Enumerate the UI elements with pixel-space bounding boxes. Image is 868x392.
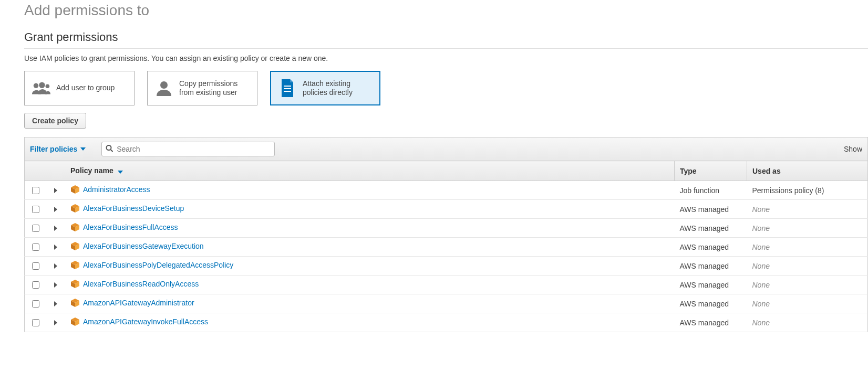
- row-checkbox-cell: [25, 219, 47, 238]
- expand-caret-icon[interactable]: [54, 226, 57, 231]
- svg-rect-6: [284, 91, 291, 92]
- row-checkbox[interactable]: [32, 206, 39, 213]
- show-label: Show: [844, 145, 862, 153]
- column-header-used-as[interactable]: Used as: [747, 161, 868, 181]
- policy-name-link[interactable]: AmazonAPIGatewayInvokeFullAccess: [83, 318, 208, 326]
- svg-rect-4: [284, 86, 291, 87]
- policy-name-link[interactable]: AmazonAPIGatewayAdministrator: [83, 299, 194, 308]
- row-expand-cell: [46, 313, 65, 332]
- policy-box-icon: [70, 185, 80, 196]
- row-policy-name-cell: AlexaForBusinessPolyDelegatedAccessPolic…: [65, 257, 675, 276]
- row-checkbox[interactable]: [32, 281, 39, 289]
- expand-caret-icon[interactable]: [54, 320, 57, 325]
- policy-name-link[interactable]: AlexaForBusinessGatewayExecution: [83, 242, 204, 251]
- expand-caret-icon[interactable]: [54, 282, 57, 288]
- option-attach-policies-directly[interactable]: Attach existing policies directly: [270, 71, 380, 105]
- filter-policies-link[interactable]: Filter policies: [30, 145, 86, 153]
- row-checkbox-cell: [25, 200, 47, 219]
- option-label: Add user to group: [56, 83, 115, 93]
- row-checkbox-cell: [25, 257, 47, 276]
- section-divider: [24, 48, 868, 49]
- row-checkbox[interactable]: [32, 225, 39, 232]
- row-used-as-cell: None: [747, 294, 868, 313]
- page-title: Add permissions to: [24, 2, 868, 19]
- row-used-as-cell: None: [747, 276, 868, 294]
- row-checkbox[interactable]: [32, 243, 39, 251]
- row-checkbox-cell: [25, 181, 47, 200]
- policy-name-link[interactable]: AlexaForBusinessFullAccess: [83, 224, 178, 232]
- row-expand-cell: [46, 238, 65, 257]
- row-expand-cell: [46, 200, 65, 219]
- svg-point-2: [46, 84, 50, 88]
- row-checkbox-cell: [25, 294, 47, 313]
- table-row: AlexaForBusinessFullAccessAWS managedNon…: [25, 219, 868, 238]
- svg-point-1: [39, 82, 45, 88]
- column-header-type[interactable]: Type: [675, 161, 747, 181]
- row-type-cell: AWS managed: [675, 200, 747, 219]
- policy-name-link[interactable]: AdministratorAccess: [83, 186, 150, 194]
- row-policy-name-cell: AmazonAPIGatewayInvokeFullAccess: [65, 313, 675, 332]
- filter-label: Filter policies: [30, 145, 77, 153]
- row-expand-cell: [46, 219, 65, 238]
- policy-box-icon: [70, 204, 80, 215]
- chevron-down-icon: [80, 147, 86, 151]
- option-add-user-to-group[interactable]: Add user to group: [24, 71, 135, 105]
- policy-box-icon: [70, 317, 80, 328]
- row-policy-name-cell: AlexaForBusinessGatewayExecution: [65, 238, 675, 257]
- policy-box-icon: [70, 223, 80, 234]
- row-expand-cell: [46, 294, 65, 313]
- table-row: AlexaForBusinessDeviceSetupAWS managedNo…: [25, 200, 868, 219]
- sort-caret-icon: [118, 167, 123, 175]
- column-header-policy-name[interactable]: Policy name: [65, 161, 675, 181]
- svg-rect-5: [284, 88, 291, 89]
- expand-caret-icon[interactable]: [54, 301, 57, 306]
- option-label: Attach existing policies directly: [303, 79, 373, 98]
- row-checkbox[interactable]: [32, 262, 39, 270]
- row-checkbox-cell: [25, 313, 47, 332]
- policy-name-link[interactable]: AlexaForBusinessReadOnlyAccess: [83, 280, 199, 289]
- row-type-cell: AWS managed: [675, 276, 747, 294]
- row-checkbox[interactable]: [32, 319, 39, 326]
- permission-option-cards: Add user to group Copy permissions from …: [24, 71, 868, 105]
- policy-box-icon: [70, 260, 80, 271]
- create-policy-button[interactable]: Create policy: [24, 113, 86, 129]
- row-policy-name-cell: AlexaForBusinessDeviceSetup: [65, 200, 675, 219]
- row-checkbox[interactable]: [32, 187, 39, 194]
- table-row: AlexaForBusinessPolyDelegatedAccessPolic…: [25, 257, 868, 276]
- row-type-cell: AWS managed: [675, 294, 747, 313]
- column-header-checkbox: [25, 161, 47, 181]
- row-checkbox[interactable]: [32, 300, 39, 308]
- svg-point-3: [160, 81, 168, 89]
- policy-box-icon: [70, 279, 80, 290]
- policy-name-link[interactable]: AlexaForBusinessDeviceSetup: [83, 205, 184, 213]
- expand-caret-icon[interactable]: [54, 245, 57, 250]
- search-wrapper: [101, 142, 275, 156]
- policy-box-icon: [70, 241, 80, 252]
- policies-table: Policy name Type Used as AdministratorAc…: [24, 161, 868, 332]
- row-type-cell: AWS managed: [675, 219, 747, 238]
- row-used-as-cell: None: [747, 200, 868, 219]
- users-group-icon: [31, 78, 51, 98]
- row-expand-cell: [46, 181, 65, 200]
- policy-name-link[interactable]: AlexaForBusinessPolyDelegatedAccessPolic…: [83, 261, 233, 270]
- expand-caret-icon[interactable]: [54, 263, 57, 269]
- row-type-cell: AWS managed: [675, 257, 747, 276]
- row-used-as-cell: None: [747, 313, 868, 332]
- table-row: AdministratorAccessJob functionPermissio…: [25, 181, 868, 200]
- row-expand-cell: [46, 276, 65, 294]
- search-icon: [106, 145, 113, 154]
- expand-caret-icon[interactable]: [54, 207, 57, 212]
- option-label: Copy permissions from existing user: [179, 79, 251, 98]
- row-policy-name-cell: AlexaForBusinessFullAccess: [65, 219, 675, 238]
- table-row: AlexaForBusinessGatewayExecutionAWS mana…: [25, 238, 868, 257]
- row-used-as-cell: None: [747, 219, 868, 238]
- row-policy-name-cell: AmazonAPIGatewayAdministrator: [65, 294, 675, 313]
- option-copy-permissions[interactable]: Copy permissions from existing user: [147, 71, 257, 105]
- section-title: Grant permissions: [24, 30, 868, 44]
- search-input[interactable]: [101, 142, 275, 156]
- svg-point-7: [107, 145, 111, 150]
- section-description: Use IAM policies to grant permissions. Y…: [24, 54, 868, 62]
- svg-point-0: [34, 83, 39, 89]
- table-row: AmazonAPIGatewayAdministratorAWS managed…: [25, 294, 868, 313]
- expand-caret-icon[interactable]: [54, 188, 57, 193]
